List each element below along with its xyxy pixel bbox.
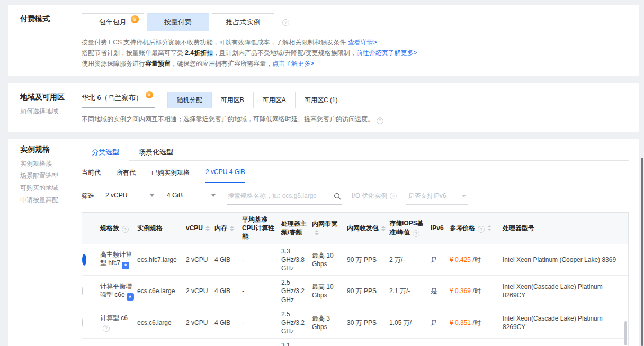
spec-table-row[interactable]: 计算型 c6?ecs.c6.large2 vCPU4 GiB-2.5 GHz/3…	[82, 307, 628, 339]
column-header-label: 内网收发包	[347, 224, 379, 232]
payment-option-spot[interactable]: 抢占式实例	[212, 13, 274, 31]
spec-table-row[interactable]: 计算平衡增强型 c6e★ecs.c6e.large2 vCPU4 GiB-2.5…	[82, 276, 628, 307]
sort-icon[interactable]	[315, 230, 319, 235]
column-header[interactable]: 内网带宽	[312, 217, 347, 239]
row-radio[interactable]	[82, 287, 83, 295]
pps-cell: 90 万 PPS	[347, 253, 389, 267]
learn-more-link[interactable]: 点击了解更多>	[272, 60, 314, 67]
frequency-cell: 2.5 GHz/3.2 GHz	[281, 307, 312, 339]
iops-cell: 2.1 万/-	[389, 284, 431, 298]
row-radio[interactable]	[82, 318, 83, 327]
desc-bold: 2.4折折扣	[185, 49, 213, 57]
radio-cell	[82, 253, 100, 267]
spec-table-row[interactable]: 高主频计算型 hfc7★ecs.hfc7.large2 vCPU4 GiB-3.…	[82, 244, 628, 276]
zone-random[interactable]: 随机分配	[167, 92, 212, 108]
promo-badge-icon: ¥	[146, 91, 153, 98]
column-header-label: IPv6	[431, 224, 444, 232]
vcpu-select[interactable]: 2 vCPU	[104, 190, 156, 203]
sort-icon[interactable]	[205, 226, 210, 231]
subtab-all-gen[interactable]: 所有代	[117, 168, 136, 183]
desc-bold: 容量预留	[145, 60, 171, 67]
memory-select[interactable]: 4 GiB	[165, 190, 217, 203]
column-header[interactable]: vCPU	[186, 221, 214, 235]
column-header-label: 平均基准CPU计算性能	[242, 216, 274, 240]
vcpu-select-value: 2 vCPU	[105, 192, 127, 199]
apply-quota-link[interactable]: 申请按量高配	[20, 195, 82, 205]
cpu-model-cell: Intel Xeon Platinum (Cooper Lake) 8369	[503, 253, 628, 267]
desc-text: 不同地域的实例之间内网互不相通；选择靠近您客户的地域，可降低网络时延、提高您客户…	[82, 115, 374, 123]
help-icon[interactable]: ?	[122, 226, 129, 233]
column-header-label: 处理器主频/睿频	[281, 220, 307, 236]
spec-family-link[interactable]: 实例规格族	[20, 159, 82, 168]
sort-icon[interactable]	[381, 226, 386, 231]
family-cell: 计算平衡增强型 c6e★	[100, 279, 137, 304]
price-unit: /时	[472, 287, 480, 295]
help-icon[interactable]: ?	[377, 117, 383, 124]
zone-b[interactable]: 可用区B	[211, 92, 254, 108]
payment-desc-line1: 按量付费 ECS 支持停机后部分资源不收费功能，可以有效降低成本，了解相关限制和…	[82, 37, 629, 48]
scenario-config-link[interactable]: 场景配置选型	[20, 171, 82, 180]
region-selector[interactable]: 华北 6（乌兰察布） ¥	[82, 92, 155, 108]
help-icon[interactable]: ?	[413, 230, 419, 237]
spec-name-cell: ecs.c6e.large	[137, 284, 186, 298]
filter-label: 筛选	[82, 190, 94, 201]
tab-scenario-select[interactable]: 场景化选型	[129, 144, 183, 161]
price-unit: /时	[472, 256, 480, 263]
zone-c[interactable]: 可用区C (1)	[295, 92, 347, 108]
help-icon[interactable]: ?	[282, 19, 289, 26]
spec-table-header: 规格族?实例规格vCPU内存平均基准CPU计算性能处理器主频/睿频内网带宽内网收…	[82, 213, 628, 244]
io-optimized-text: I/O 优化实例	[352, 192, 387, 201]
spec-table-row[interactable]: 高主频计算型 hfc6ecs.hfc6.large2 vCPU4 GiB-3.1…	[82, 339, 628, 346]
page-scrollbar-thumb[interactable]	[641, 158, 643, 346]
pps-cell: 90 万 PPS	[347, 284, 389, 298]
payment-option-pay-as-you-go[interactable]: 按量付费	[147, 13, 209, 31]
frequency-cell: 3.1 GHz/3.5 GHz	[281, 339, 312, 346]
region-label: 地域及可用区	[20, 92, 82, 102]
intro-page-link[interactable]: 前往介绍页了解更多>	[356, 49, 417, 57]
spec-search-input[interactable]: 搜索规格名称，如: ecs.g5.large	[227, 190, 342, 205]
chevron-down-icon	[150, 194, 154, 197]
frequency-cell: 3.3 GHz/3.8 GHz	[281, 244, 312, 276]
region-section: 地域及可用区 如何选择地域 华北 6（乌兰察布） ¥ 随机分配 可用区B 可用区…	[8, 83, 639, 132]
sort-icon[interactable]	[230, 226, 234, 231]
ipv6-cell: 是	[431, 316, 450, 330]
baseline-cpu-cell: -	[242, 284, 281, 298]
search-icon[interactable]	[334, 193, 341, 200]
spec-table-body: 高主频计算型 hfc7★ecs.hfc7.large2 vCPU4 GiB-3.…	[82, 244, 628, 346]
view-details-link[interactable]: 查看详情>	[348, 39, 377, 46]
column-header-label: 内网带宽	[312, 220, 337, 227]
subtab-2vcpu-4gib[interactable]: 2 vCPU 4 GiB	[205, 168, 245, 183]
region-selector-value: 华北 6（乌兰察布）	[82, 93, 142, 103]
row-radio[interactable]	[82, 254, 86, 266]
tab-category-select[interactable]: 分类选型	[82, 144, 129, 161]
cpu-model-cell: Intel Xeon(Cascade Lake) Platinum 8269CY	[503, 312, 628, 334]
zone-button-group: 随机分配 可用区B 可用区A 可用区C (1)	[168, 92, 347, 108]
subtab-current-gen[interactable]: 当前代	[82, 168, 101, 183]
help-icon[interactable]: ?	[478, 226, 485, 233]
payment-mode-section: 付费模式 包年包月 ¥ 按量付费 抢占式实例 ? 按量付费 ECS 支持停机后部…	[8, 5, 639, 76]
ecs-config-page: 付费模式 包年包月 ¥ 按量付费 抢占式实例 ? 按量付费 ECS 支持停机后部…	[8, 0, 639, 346]
table-scrollbar[interactable]	[624, 321, 627, 345]
column-header[interactable]: 内存	[214, 221, 242, 235]
purchasable-region-link[interactable]: 可购买的地域	[20, 183, 82, 193]
help-icon[interactable]: ?	[103, 325, 110, 332]
sort-icon[interactable]	[487, 225, 491, 231]
column-header[interactable]: 参考价格?	[450, 221, 503, 236]
spec-table: 规格族?实例规格vCPU内存平均基准CPU计算性能处理器主频/睿频内网带宽内网收…	[82, 212, 629, 346]
help-icon[interactable]: ?	[390, 193, 397, 199]
family-name: 计算型 c6	[100, 314, 128, 322]
memory-cell: 4 GiB	[214, 253, 242, 267]
pps-cell: 30 万 PPS	[347, 316, 389, 330]
family-badge-icon: ★	[127, 293, 134, 301]
select-column-spacer	[82, 225, 100, 231]
subtab-purchased[interactable]: 已购实例规格	[151, 168, 190, 183]
how-to-choose-region-link[interactable]: 如何选择地域	[20, 106, 82, 116]
zone-a[interactable]: 可用区A	[253, 92, 296, 108]
iops-cell: 1.05 万/-	[389, 316, 431, 330]
column-header[interactable]: 内网收发包	[347, 221, 389, 235]
payment-option-subscription[interactable]: 包年包月 ¥	[82, 13, 144, 31]
radio-cell	[82, 316, 100, 330]
desc-text: ，且计划内产品不受地域/升降配/变更规格族限制，	[213, 49, 356, 57]
region-desc: 不同地域的实例之间内网互不相通；选择靠近您客户的地域，可降低网络时延、提高您客户…	[82, 114, 629, 124]
ipv6-select[interactable]: 是否支持IPv6	[406, 190, 468, 205]
